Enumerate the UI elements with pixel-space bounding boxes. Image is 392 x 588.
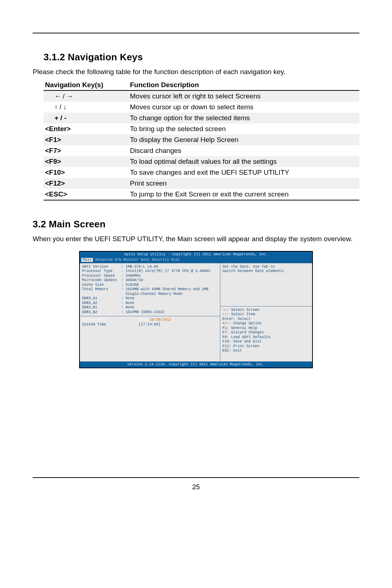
navigation-keys-table: Navigation Key(s) Function Description ←…: [44, 80, 359, 200]
document-page: 3.1.2 Navigation Keys Please check the f…: [0, 0, 392, 506]
bios-line: DDR3_A1 : None: [82, 296, 218, 301]
bios-left-pane: UEFI Version : IMB-370-L L0.03 Processor…: [80, 263, 220, 361]
desc: Moves cursor left or right to select Scr…: [128, 90, 359, 102]
section1-intro: Please check the following table for the…: [33, 66, 359, 77]
heading-3-2: 3.2 Main Screen: [33, 219, 359, 230]
bios-key-help: F10: Save and Exit: [222, 340, 310, 344]
key-enter: <Enter>: [44, 123, 128, 134]
bottom-rule: [33, 477, 359, 478]
bios-key-help: F9: Load UEFI Defaults: [222, 335, 310, 340]
key-esc: <ESC>: [44, 189, 128, 200]
table-row: <ESC> To jump to the Exit Screen or exit…: [44, 189, 359, 200]
key-up-down: ↑ / ↓: [54, 104, 66, 111]
page-number: 25: [33, 483, 359, 491]
bios-key-help: F7: Discard Changes: [222, 331, 310, 335]
bios-key-help: F1: General Help: [222, 326, 310, 331]
table-row: <F7> Discard changes: [44, 145, 359, 156]
desc: Print screen: [128, 178, 359, 189]
bios-help-line: Set the Date. Use Tab to: [222, 265, 310, 269]
bios-line: DDR3_A2 : None: [82, 301, 218, 306]
desc: Moves cursor up or down to select items: [128, 102, 359, 113]
key-plus-minus: + / -: [44, 113, 128, 123]
bios-system-date: System Date [Tue 10/30/2012]: [82, 318, 218, 323]
bios-line: DDR3_B1 : None: [82, 305, 218, 310]
bios-line: Processor Type : Intel(R) Core(TM) i7 37…: [82, 269, 218, 274]
key-f12: <F12>: [44, 178, 128, 189]
heading-3-1-2: 3.1.2 Navigation Keys: [44, 52, 359, 63]
col-func-desc: Function Description: [128, 80, 359, 90]
bios-key-help: →←: Select Screen: [222, 308, 310, 313]
bios-menu-main: Main: [81, 258, 93, 262]
key-left-right: ← / →: [54, 93, 73, 100]
table-row: ↑ / ↓ Moves cursor up or down to select …: [44, 102, 359, 113]
table-row: <F9> To load optimal default values for …: [44, 156, 359, 167]
section2-intro: When you enter the UEFI SETUP UTILITY, t…: [33, 234, 359, 244]
bios-footer: Version 2.14.1219. Copyright (C) 2011 Am…: [80, 362, 312, 368]
bios-line: UEFI Version : IMB-370-L L0.03: [82, 265, 218, 269]
table-row: + / - To change option for the selected …: [44, 113, 359, 123]
bios-line: Processor Speed : 3400MHz: [82, 274, 218, 279]
bios-screenshot: Aptio Setup Utility - Copyright (C) 2011…: [79, 251, 313, 369]
bios-help-line: switch between Date elements.: [222, 269, 310, 274]
desc: To change option for the selected items: [128, 113, 359, 123]
table-row: <F10> To save changes and exit the UEFI …: [44, 167, 359, 178]
bios-line: DDR3_B2 : 1024MB (DDR3-1333): [82, 310, 218, 315]
col-nav-key: Navigation Key(s): [44, 80, 128, 90]
key-f7: <F7>: [44, 145, 128, 156]
bios-key-help: ESC: Exit: [222, 349, 310, 353]
table-row: <F1> To display the General Help Screen: [44, 134, 359, 145]
bios-right-pane: Set the Date. Use Tab to switch between …: [220, 263, 312, 361]
key-f9: <F9>: [44, 156, 128, 167]
top-rule: [33, 33, 359, 33]
bios-line: Single-Channel Memory Mode: [82, 292, 218, 297]
desc: To save changes and exit the UEFI SETUP …: [128, 167, 359, 178]
bios-key-help: +/-: Change Option: [222, 321, 310, 326]
bios-menubar: Main Advanced H/W Monitor Boot Security …: [80, 257, 312, 263]
key-f10: <F10>: [44, 167, 128, 178]
desc: To display the General Help Screen: [128, 134, 359, 145]
bios-key-help: ↑↓: Select Item: [222, 312, 310, 317]
desc: To load optimal default values for all t…: [128, 156, 359, 167]
desc: To bring up the selected screen: [128, 123, 359, 134]
bios-title: Aptio Setup Utility - Copyright (C) 2011…: [80, 252, 312, 258]
bios-system-time: System Time [17:24:08]: [82, 323, 218, 327]
bios-line: Cache Size : 8192KB: [82, 283, 218, 288]
bios-key-help: F12: Print Screen: [222, 344, 310, 349]
bios-menu-rest: Advanced H/W Monitor Boot Security Exit: [93, 258, 180, 262]
bios-key-help: Enter: Select: [222, 317, 310, 322]
bios-line: Total Memory : 1024MB with 64MB Shared M…: [82, 287, 218, 292]
table-row: <F12> Print screen: [44, 178, 359, 189]
table-row: <Enter> To bring up the selected screen: [44, 123, 359, 134]
desc: To jump to the Exit Screen or exit the c…: [128, 189, 359, 200]
table-row: ← / → Moves cursor left or right to sele…: [44, 90, 359, 102]
desc: Discard changes: [128, 145, 359, 156]
bios-line: Microcode Update : 306A8/10: [82, 278, 218, 283]
key-f1: <F1>: [44, 134, 128, 145]
